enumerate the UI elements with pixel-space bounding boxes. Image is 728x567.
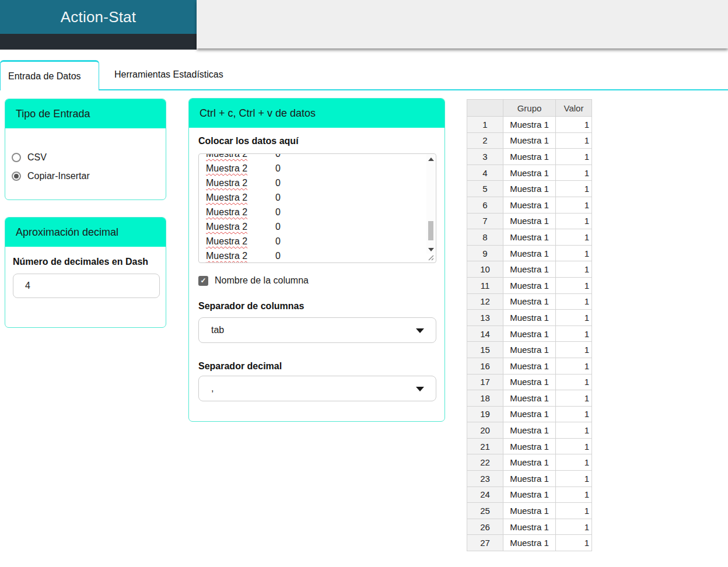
grupo-cell[interactable]: Muestra 1 [503,277,556,293]
grupo-cell[interactable]: Muestra 1 [503,310,556,326]
valor-cell[interactable]: 1 [556,229,592,246]
valor-cell[interactable]: 1 [556,132,592,149]
grupo-cell[interactable]: Muestra 1 [503,342,556,358]
checkbox-checked-icon[interactable] [198,276,208,286]
scrollbar-thumb[interactable] [428,221,433,240]
grupo-cell[interactable]: Muestra 1 [503,132,556,149]
valor-cell[interactable]: 1 [556,422,592,439]
row-index-cell[interactable]: 17 [467,374,503,390]
valor-cell[interactable]: 1 [556,374,592,390]
textarea-scrollbar[interactable] [426,155,435,254]
row-index-cell[interactable]: 6 [467,197,503,213]
row-index-cell[interactable]: 4 [467,164,503,181]
valor-cell[interactable]: 1 [556,503,592,519]
valor-cell[interactable]: 1 [556,406,592,422]
scroll-down-icon[interactable] [426,245,435,254]
grupo-cell[interactable]: Muestra 1 [503,293,556,310]
grupo-cell[interactable]: Muestra 1 [503,164,556,181]
grupo-cell[interactable]: Muestra 1 [503,358,556,374]
grupo-cell[interactable]: Muestra 1 [503,519,556,535]
row-index-cell[interactable]: 16 [467,358,503,374]
valor-cell[interactable]: 1 [556,277,592,293]
radio-option-csv[interactable]: CSV [12,151,166,164]
grupo-cell[interactable]: Muestra 1 [503,422,556,439]
grupo-cell[interactable]: Muestra 1 [503,229,556,246]
row-index-cell[interactable]: 10 [467,261,503,278]
row-index-cell[interactable]: 14 [467,326,503,342]
row-index-cell[interactable]: 7 [467,213,503,229]
valor-cell[interactable]: 1 [556,117,592,133]
row-index-cell[interactable]: 2 [467,132,503,149]
row-index-cell[interactable]: 18 [467,390,503,407]
decimals-field-label: Número de decimales en Dash [13,256,153,268]
tab-herramientas-estadisticas[interactable]: Herramientas Estadísticas [99,60,223,89]
row-index-cell[interactable]: 23 [467,471,503,487]
valor-cell[interactable]: 1 [556,438,592,454]
grupo-cell[interactable]: Muestra 1 [503,454,556,471]
grupo-cell[interactable]: Muestra 1 [503,438,556,454]
row-index-cell[interactable]: 20 [467,422,503,439]
grupo-cell[interactable]: Muestra 1 [503,503,556,519]
valor-cell[interactable]: 1 [556,326,592,342]
scroll-up-icon[interactable] [426,155,435,163]
valor-cell[interactable]: 1 [556,164,592,181]
row-index-cell[interactable]: 9 [467,245,503,261]
valor-cell[interactable]: 1 [556,358,592,374]
valor-cell[interactable]: 1 [556,213,592,229]
grupo-cell[interactable]: Muestra 1 [503,406,556,422]
valor-cell[interactable]: 1 [556,310,592,326]
row-index-cell[interactable]: 8 [467,229,503,246]
grupo-cell[interactable]: Muestra 1 [503,535,556,551]
grupo-cell[interactable]: Muestra 1 [503,374,556,390]
grupo-cell[interactable]: Muestra 1 [503,117,556,133]
row-index-cell[interactable]: 26 [467,519,503,535]
grupo-cell[interactable]: Muestra 1 [503,326,556,342]
grupo-cell[interactable]: Muestra 1 [503,149,556,165]
column-separator-dropdown[interactable]: tab [198,317,436,343]
valor-cell[interactable]: 1 [556,519,592,535]
row-index-cell[interactable]: 24 [467,487,503,503]
row-index-cell[interactable]: 19 [467,406,503,422]
row-index-cell[interactable]: 21 [467,438,503,454]
valor-cell[interactable]: 1 [556,454,592,471]
row-index-cell[interactable]: 15 [467,342,503,358]
valor-cell[interactable]: 1 [556,471,592,487]
grupo-cell[interactable]: Muestra 1 [503,390,556,407]
row-index-cell[interactable]: 1 [467,117,503,133]
row-index-cell[interactable]: 5 [467,181,503,197]
grupo-cell[interactable]: Muestra 1 [503,245,556,261]
input-type-card-title: Tipo de Entrada [16,108,90,120]
row-index-cell[interactable]: 13 [467,310,503,326]
valor-cell[interactable]: 1 [556,390,592,407]
column-name-checkbox-row[interactable]: Nombre de la columna [198,275,309,286]
valor-cell[interactable]: 1 [556,487,592,503]
decimals-input[interactable]: 4 [13,274,160,298]
row-index-cell[interactable]: 27 [467,535,503,551]
grupo-cell[interactable]: Muestra 1 [503,471,556,487]
tab-entrada-de-datos[interactable]: Entrada de Datos [0,60,99,90]
row-index-cell[interactable]: 25 [467,503,503,519]
grupo-cell[interactable]: Muestra 1 [503,261,556,278]
radio-unchecked-icon[interactable] [12,153,21,162]
grupo-cell[interactable]: Muestra 1 [503,213,556,229]
decimal-separator-dropdown[interactable]: , [198,376,436,401]
grupo-cell[interactable]: Muestra 1 [503,197,556,213]
valor-cell[interactable]: 1 [556,293,592,310]
grupo-cell[interactable]: Muestra 1 [503,487,556,503]
valor-cell[interactable]: 1 [556,149,592,165]
row-index-cell[interactable]: 12 [467,293,503,310]
valor-cell[interactable]: 1 [556,261,592,278]
row-index-cell[interactable]: 22 [467,454,503,471]
row-index-cell[interactable]: 11 [467,277,503,293]
valor-cell[interactable]: 1 [556,535,592,551]
radio-checked-icon[interactable] [12,172,21,181]
valor-cell[interactable]: 1 [556,342,592,358]
paste-textarea[interactable]: Muestra 2 0 Muestra 2 0 Muestra 2 0 [198,153,436,263]
resize-handle-icon[interactable] [426,253,435,262]
valor-cell[interactable]: 1 [556,181,592,197]
valor-cell[interactable]: 1 [556,197,592,213]
grupo-cell[interactable]: Muestra 1 [503,181,556,197]
valor-cell[interactable]: 1 [556,245,592,261]
radio-option-copiar-insertar[interactable]: Copiar-Insertar [12,170,166,183]
row-index-cell[interactable]: 3 [467,149,503,165]
